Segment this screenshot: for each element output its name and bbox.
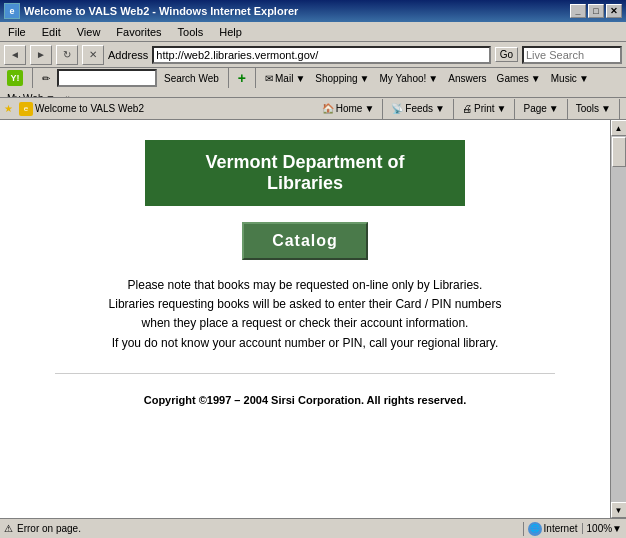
feeds-button[interactable]: 📡 Feeds▼ bbox=[391, 103, 445, 114]
zoom-level: 100%▼ bbox=[582, 523, 622, 534]
menu-favorites[interactable]: Favorites bbox=[112, 25, 165, 39]
forward-button[interactable]: ► bbox=[30, 45, 52, 65]
yahoo-icon: Y! bbox=[7, 70, 23, 86]
title-bar-left: e Welcome to VALS Web2 - Windows Interne… bbox=[4, 3, 298, 19]
scroll-up-button[interactable]: ▲ bbox=[611, 120, 627, 136]
favbar-sep-4 bbox=[567, 99, 568, 119]
ie-icon: e bbox=[4, 3, 20, 19]
status-bar: ⚠ Error on page. 🌐 Internet 100%▼ bbox=[0, 518, 626, 538]
yahoo-icon-item[interactable]: Y! bbox=[4, 69, 26, 87]
scroll-down-button[interactable]: ▼ bbox=[611, 502, 627, 518]
maximize-button[interactable]: □ bbox=[588, 4, 604, 18]
page-divider bbox=[55, 373, 555, 374]
toolbar: Y! ✏ Search Web + ✉Mail▼ Shopping▼ My Ya… bbox=[0, 68, 626, 98]
welcome-tab[interactable]: e Welcome to VALS Web2 bbox=[19, 102, 144, 116]
minimize-button[interactable]: _ bbox=[570, 4, 586, 18]
music-button[interactable]: Music▼ bbox=[548, 72, 592, 85]
internet-zone-icon: 🌐 bbox=[528, 522, 542, 536]
home-button[interactable]: 🏠 Home▼ bbox=[322, 103, 375, 114]
back-button[interactable]: ◄ bbox=[4, 45, 26, 65]
status-text: Error on page. bbox=[17, 523, 519, 534]
pencil-icon[interactable]: ✏ bbox=[39, 72, 53, 85]
fav-icon: e bbox=[19, 102, 33, 116]
page-button[interactable]: Page▼ bbox=[523, 103, 558, 114]
copyright-text: Copyright ©1997 – 2004 Sirsi Corporation… bbox=[144, 394, 467, 406]
catalog-button[interactable]: Catalog bbox=[242, 222, 368, 260]
menu-view[interactable]: View bbox=[73, 25, 105, 39]
shopping-button[interactable]: Shopping▼ bbox=[312, 72, 372, 85]
mail-button[interactable]: ✉Mail▼ bbox=[262, 72, 308, 85]
menu-file[interactable]: File bbox=[4, 25, 30, 39]
scroll-thumb[interactable] bbox=[612, 137, 626, 167]
live-search-input[interactable] bbox=[522, 46, 622, 64]
status-zone: 🌐 Internet bbox=[523, 522, 578, 536]
menu-help[interactable]: Help bbox=[215, 25, 246, 39]
toolbar-separator-2 bbox=[228, 68, 229, 88]
close-button[interactable]: ✕ bbox=[606, 4, 622, 18]
address-bar: ◄ ► ↻ ✕ Address Go bbox=[0, 42, 626, 68]
content-area: Vermont Department of Libraries Catalog … bbox=[0, 120, 610, 518]
yahoo-link-button[interactable]: My Yahoo!▼ bbox=[376, 72, 441, 85]
page-header-title: Vermont Department of Libraries bbox=[205, 152, 404, 193]
address-label: Address bbox=[108, 49, 148, 61]
favbar-sep-5 bbox=[619, 99, 620, 119]
search-web-button[interactable]: Search Web bbox=[161, 72, 222, 85]
notice-line-4: If you do not know your account number o… bbox=[109, 334, 502, 353]
page-notice: Please note that books may be requested … bbox=[109, 276, 502, 353]
notice-line-3: when they place a request or check their… bbox=[109, 314, 502, 333]
menu-bar: File Edit View Favorites Tools Help bbox=[0, 22, 626, 42]
window-controls: _ □ ✕ bbox=[570, 4, 622, 18]
star-icon: ★ bbox=[4, 103, 13, 114]
scrollbar: ▲ ▼ bbox=[610, 120, 626, 518]
games-button[interactable]: Games▼ bbox=[494, 72, 544, 85]
menu-edit[interactable]: Edit bbox=[38, 25, 65, 39]
menu-tools[interactable]: Tools bbox=[174, 25, 208, 39]
favbar-sep-3 bbox=[514, 99, 515, 119]
go-button[interactable]: Go bbox=[495, 47, 518, 62]
stop-button[interactable]: ✕ bbox=[82, 45, 104, 65]
favbar-sep-1 bbox=[382, 99, 383, 119]
notice-line-2: Libraries requesting books will be asked… bbox=[109, 295, 502, 314]
tools-button[interactable]: Tools▼ bbox=[576, 103, 611, 114]
page-header: Vermont Department of Libraries bbox=[145, 140, 465, 206]
print-button[interactable]: 🖨 Print▼ bbox=[462, 103, 506, 114]
answers-button[interactable]: Answers bbox=[445, 72, 489, 85]
browser-window: e Welcome to VALS Web2 - Windows Interne… bbox=[0, 0, 626, 538]
refresh-button[interactable]: ↻ bbox=[56, 45, 78, 65]
scroll-track[interactable] bbox=[611, 136, 626, 502]
favbar-sep-2 bbox=[453, 99, 454, 119]
window-title: Welcome to VALS Web2 - Windows Internet … bbox=[24, 5, 298, 17]
address-input[interactable] bbox=[152, 46, 490, 64]
search-web-input[interactable] bbox=[57, 69, 157, 87]
title-bar: e Welcome to VALS Web2 - Windows Interne… bbox=[0, 0, 626, 22]
toolbar-separator-3 bbox=[255, 68, 256, 88]
toolbar-separator-1 bbox=[32, 68, 33, 88]
add-button[interactable]: + bbox=[235, 69, 249, 87]
star-icon-item: ★ bbox=[4, 103, 13, 114]
favorites-bar: ★ e Welcome to VALS Web2 🏠 Home▼ 📡 Feeds… bbox=[0, 98, 626, 120]
notice-line-1: Please note that books may be requested … bbox=[109, 276, 502, 295]
page-content: Vermont Department of Libraries Catalog … bbox=[0, 120, 610, 426]
zone-label: Internet bbox=[544, 523, 578, 534]
